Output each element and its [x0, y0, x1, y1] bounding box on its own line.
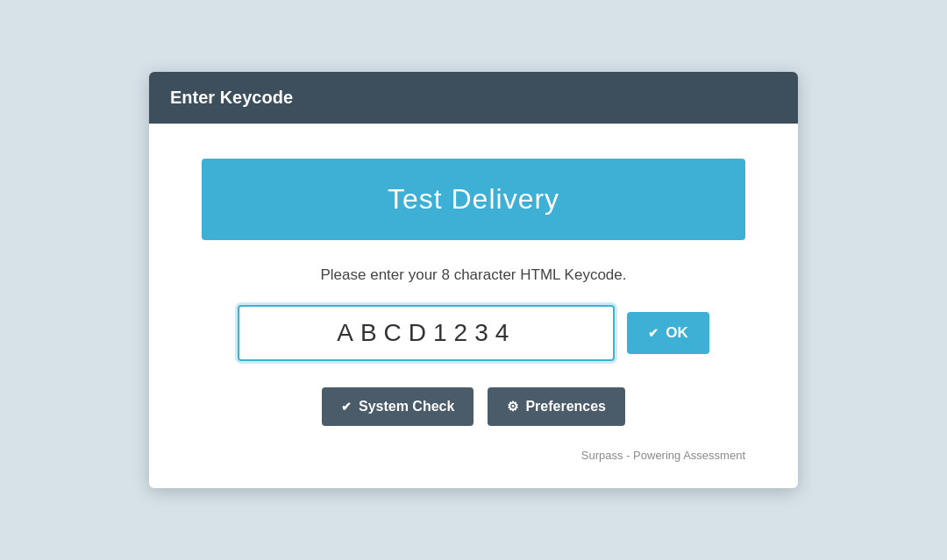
dialog-title: Enter Keycode	[170, 88, 293, 107]
system-check-button[interactable]: ✔ System Check	[322, 387, 474, 426]
instruction-text: Please enter your 8 character HTML Keyco…	[321, 266, 627, 284]
enter-keycode-dialog: Enter Keycode Test Delivery Please enter…	[149, 72, 798, 488]
ok-check-icon: ✔	[648, 326, 659, 340]
dialog-body: Test Delivery Please enter your 8 charac…	[149, 124, 798, 488]
gear-icon: ⚙	[507, 399, 518, 415]
preferences-button[interactable]: ⚙ Preferences	[488, 387, 625, 426]
dialog-header: Enter Keycode	[149, 72, 798, 124]
actions-row: ✔ System Check ⚙ Preferences	[322, 387, 625, 426]
system-check-icon: ✔	[341, 400, 352, 414]
ok-button[interactable]: ✔ OK	[627, 312, 709, 354]
app-banner-title: Test Delivery	[388, 183, 559, 216]
app-banner: Test Delivery	[202, 159, 745, 240]
footer-text: Surpass - Powering Assessment	[202, 443, 745, 462]
system-check-label: System Check	[359, 399, 454, 415]
keycode-input-row: ✔ OK	[202, 305, 745, 361]
ok-button-label: OK	[666, 324, 688, 342]
keycode-input[interactable]	[238, 305, 615, 361]
preferences-label: Preferences	[525, 399, 606, 415]
